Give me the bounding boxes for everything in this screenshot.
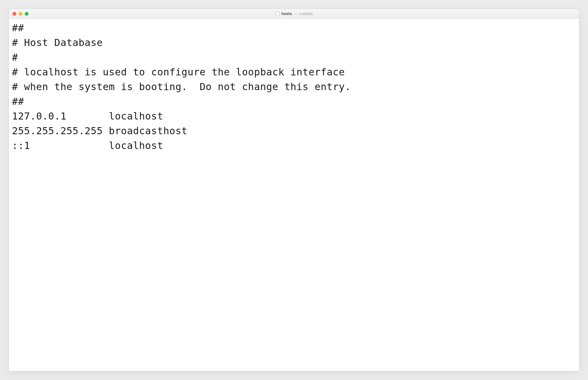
minimize-button[interactable] [19,12,22,16]
close-button[interactable] [13,12,16,16]
file-text: ## # Host Database # # localhost is used… [12,21,576,153]
titlebar[interactable]: hosts — Locked [9,9,579,19]
maximize-button[interactable] [25,12,28,16]
document-icon [276,11,280,16]
title-separator: — [294,11,298,16]
editor-content-area[interactable]: ## # Host Database # # localhost is used… [9,19,579,371]
window-title: hosts — Locked [9,11,579,16]
editor-window: hosts — Locked ## # Host Database # # lo… [9,9,579,371]
window-controls [9,12,28,16]
filename-label: hosts [281,11,292,16]
lock-status-label: Locked [300,11,312,16]
